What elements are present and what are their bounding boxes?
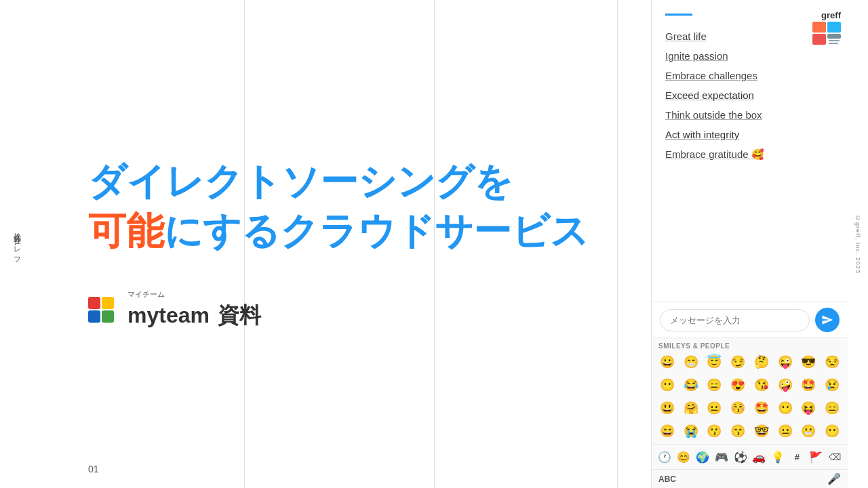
main-content: ダイレクトソーシングを 可能にするクラウドサービス (34, 0, 848, 488)
slide-title-highlight: 可能 (88, 209, 164, 252)
svg-rect-0 (88, 297, 100, 309)
myteam-logo-text-wrapper: マイチーム myteam 資料 (127, 289, 261, 331)
emoji-2-7[interactable]: 😑 (821, 398, 844, 418)
emoji-abc-button[interactable]: ABC (658, 474, 676, 484)
emoji-1-5[interactable]: 🤪 (774, 375, 797, 395)
slide-title-line1: ダイレクトソーシングを (88, 157, 597, 207)
page-number: 01 (88, 464, 99, 474)
svg-rect-5 (827, 22, 841, 33)
emoji-3-5[interactable]: 😐 (774, 421, 797, 441)
chat-item-5[interactable]: Act with integrity (665, 127, 834, 142)
emoji-category-label: SMILEYS & PEOPLE (652, 338, 848, 352)
emoji-2-1[interactable]: 🤗 (679, 398, 703, 418)
emoji-grid-row1: 😀 😁 😇 😏 🤔 😜 😎 😒 (652, 352, 848, 375)
emoji-mic-button[interactable]: 🎤 (827, 472, 841, 485)
emoji-0-7[interactable]: 😒 (821, 352, 844, 372)
greff-logo-icons (812, 22, 841, 46)
chat-panel: greff Great life Ignite passion (651, 0, 848, 488)
svg-rect-1 (102, 297, 114, 309)
emoji-3-1[interactable]: 😭 (679, 421, 703, 441)
emoji-0-6[interactable]: 😎 (797, 352, 821, 372)
emoji-toolbar-backspace[interactable]: ⌫ (826, 447, 844, 466)
emoji-grid-row2: 😶 😂 😑 😍 😘 🤪 🤩 😢 (652, 375, 848, 398)
emoji-3-6[interactable]: 😬 (797, 421, 821, 441)
emoji-3-4[interactable]: 🤓 (750, 421, 773, 441)
emoji-1-4[interactable]: 😘 (750, 375, 773, 395)
chat-item-6[interactable]: Embrace gratitude 🥰 (665, 147, 834, 161)
myteam-suffix-label: 資料 (218, 301, 261, 331)
emoji-bottom-row: ABC 🎤 (652, 469, 848, 488)
emoji-2-5[interactable]: 😶 (774, 398, 797, 418)
emoji-0-1[interactable]: 😁 (679, 352, 703, 372)
emoji-toolbar: 🕐 😊 🌍 🎮 ⚽ 🚗 💡 # 🚩 ⌫ (652, 444, 848, 469)
emoji-toolbar-flag[interactable]: 🚩 (807, 447, 825, 466)
copyright-right: ©greff, Inc. 2023 (848, 0, 868, 488)
emoji-toolbar-light[interactable]: 💡 (769, 447, 787, 466)
blue-accent-line (665, 14, 692, 16)
message-input-area (652, 302, 848, 338)
emoji-toolbar-smile[interactable]: 😊 (675, 447, 692, 466)
company-name-left: 株式会社グレフ (0, 0, 34, 488)
greff-label: greff (821, 10, 841, 20)
emoji-1-3[interactable]: 😍 (726, 375, 749, 395)
emoji-2-6[interactable]: 😝 (797, 398, 821, 418)
slide-title-suffix: にするクラウドサービス (164, 209, 589, 252)
emoji-1-0[interactable]: 😶 (656, 375, 679, 395)
myteam-small-label: マイチーム (127, 289, 261, 300)
emoji-2-3[interactable]: 😚 (726, 398, 749, 418)
emoji-3-7[interactable]: 😶 (821, 421, 844, 441)
emoji-toolbar-clock[interactable]: 🕐 (656, 447, 673, 466)
emoji-grid-row4: 😄 😭 😗 😙 🤓 😐 😬 😶 (652, 421, 848, 444)
emoji-1-1[interactable]: 😂 (679, 375, 703, 395)
emoji-toolbar-globe[interactable]: 🌍 (694, 447, 711, 466)
greff-brand: greff (812, 10, 841, 46)
emoji-2-0[interactable]: 😃 (656, 398, 679, 418)
chat-item-4[interactable]: Think outside the box (665, 108, 834, 122)
emoji-0-2[interactable]: 😇 (703, 352, 726, 372)
emoji-3-0[interactable]: 😄 (656, 421, 679, 441)
emoji-0-5[interactable]: 😜 (774, 352, 797, 372)
emoji-grid-row3: 😃 🤗 😐 😚 🤩 😶 😝 😑 (652, 398, 848, 421)
send-button[interactable] (815, 308, 840, 332)
slide-panel: ダイレクトソーシングを 可能にするクラウドサービス (34, 0, 651, 488)
chat-item-1[interactable]: Ignite passion (665, 49, 834, 63)
chat-item-0[interactable]: Great life (665, 29, 834, 43)
emoji-3-3[interactable]: 😙 (726, 421, 749, 441)
chat-item-2[interactable]: Embrace challenges (665, 68, 834, 83)
svg-rect-2 (88, 310, 100, 323)
chat-item-3[interactable]: Exceed expectation (665, 88, 834, 102)
emoji-0-4[interactable]: 🤔 (750, 352, 773, 372)
myteam-logo-icon (88, 297, 121, 324)
emoji-3-2[interactable]: 😗 (703, 421, 726, 441)
emoji-1-2[interactable]: 😑 (703, 375, 726, 395)
svg-rect-3 (102, 310, 114, 323)
logo-area: マイチーム myteam 資料 (88, 289, 597, 331)
svg-rect-6 (812, 34, 826, 45)
myteam-main-label: myteam (127, 303, 210, 328)
emoji-toolbar-car[interactable]: 🚗 (751, 447, 768, 466)
emoji-toolbar-game[interactable]: 🎮 (713, 447, 730, 466)
emoji-2-4[interactable]: 🤩 (750, 398, 773, 418)
message-input[interactable] (660, 309, 810, 331)
slide-title: ダイレクトソーシングを 可能にするクラウドサービス (88, 157, 597, 256)
svg-rect-4 (812, 22, 826, 33)
slide-title-line2: 可能にするクラウドサービス (88, 207, 597, 256)
svg-rect-7 (827, 34, 841, 39)
emoji-picker: SMILEYS & PEOPLE 😀 😁 😇 😏 🤔 😜 😎 😒 😶 😂 😑 😍… (652, 338, 848, 488)
emoji-toolbar-sport[interactable]: ⚽ (732, 447, 749, 466)
emoji-2-2[interactable]: 😐 (703, 398, 726, 418)
emoji-0-3[interactable]: 😏 (726, 352, 749, 372)
emoji-1-6[interactable]: 🤩 (797, 375, 821, 395)
emoji-toolbar-hash[interactable]: # (788, 447, 806, 466)
emoji-0-0[interactable]: 😀 (656, 352, 679, 372)
emoji-1-7[interactable]: 😢 (821, 375, 844, 395)
